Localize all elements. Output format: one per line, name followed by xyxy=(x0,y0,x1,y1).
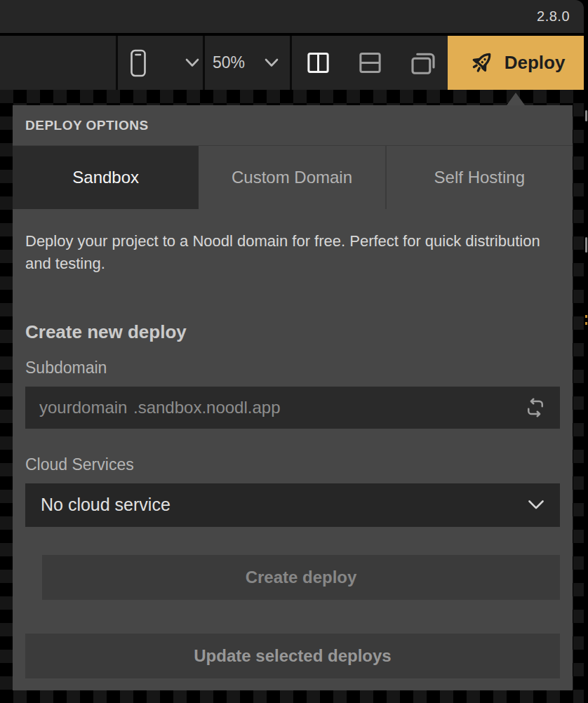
split-horizontal-icon xyxy=(358,51,382,74)
scrollbar-fragment xyxy=(585,110,587,121)
popup-title: DEPLOY OPTIONS xyxy=(25,118,149,133)
popup-content: Deploy your project to a Noodl domain fo… xyxy=(13,230,573,694)
split-vertical-icon xyxy=(306,51,330,74)
create-deploy-button[interactable]: Create deploy xyxy=(42,555,560,600)
sandbox-description: Deploy your project to a Noodl domain fo… xyxy=(25,230,550,275)
cloud-services-label: Cloud Services xyxy=(25,455,560,474)
popup-header: DEPLOY OPTIONS xyxy=(13,105,573,146)
subdomain-label: Subdomain xyxy=(25,359,560,377)
stacked-windows-button[interactable] xyxy=(410,51,436,76)
update-selected-deploys-button[interactable]: Update selected deploys xyxy=(25,634,560,678)
cloud-services-selected-value: No cloud service xyxy=(41,495,171,515)
edge-artifact xyxy=(585,315,587,318)
subdomain-input[interactable] xyxy=(39,398,133,417)
edge-artifact xyxy=(585,322,587,325)
zoom-level-dropdown[interactable]: 50% xyxy=(213,36,279,90)
deploy-options-popup: DEPLOY OPTIONS Sandbox Custom Domain Sel… xyxy=(13,105,573,690)
create-deploy-heading: Create new deploy xyxy=(25,321,560,343)
device-preview-dropdown[interactable] xyxy=(129,36,199,90)
split-vertical-button[interactable] xyxy=(306,51,330,74)
toolbar-divider xyxy=(203,36,205,90)
tab-self-hosting[interactable]: Self Hosting xyxy=(385,146,573,209)
zoom-level-value: 50% xyxy=(213,53,245,72)
window-edge xyxy=(584,0,588,703)
toolbar-divider xyxy=(290,36,292,90)
canvas-toolbar: 50% xyxy=(0,36,584,90)
chevron-down-icon xyxy=(185,58,199,67)
tab-custom-domain[interactable]: Custom Domain xyxy=(199,146,385,209)
chevron-down-icon xyxy=(528,500,544,510)
title-bar: 2.8.0 xyxy=(0,0,584,33)
phone-icon xyxy=(129,49,147,77)
cloud-services-select[interactable]: No cloud service xyxy=(25,483,560,527)
refresh-icon xyxy=(525,397,546,418)
app-version: 2.8.0 xyxy=(537,8,570,25)
scrollbar-fragment xyxy=(585,237,587,253)
split-horizontal-button[interactable] xyxy=(358,51,382,74)
deploy-button-label: Deploy xyxy=(505,52,566,74)
chevron-down-icon xyxy=(265,58,279,67)
deploy-button[interactable]: Deploy xyxy=(448,36,584,90)
tab-sandbox[interactable]: Sandbox xyxy=(13,146,199,209)
deploy-tabs: Sandbox Custom Domain Self Hosting xyxy=(13,146,573,209)
subdomain-field-row: .sandbox.noodl.app xyxy=(25,387,560,429)
layout-switcher xyxy=(306,36,436,90)
regenerate-subdomain-button[interactable] xyxy=(525,397,546,418)
subdomain-suffix: .sandbox.noodl.app xyxy=(133,398,525,417)
rocket-icon xyxy=(467,48,496,78)
stacked-windows-icon xyxy=(410,51,436,76)
toolbar-divider xyxy=(116,36,118,90)
popup-arrow xyxy=(507,93,525,105)
